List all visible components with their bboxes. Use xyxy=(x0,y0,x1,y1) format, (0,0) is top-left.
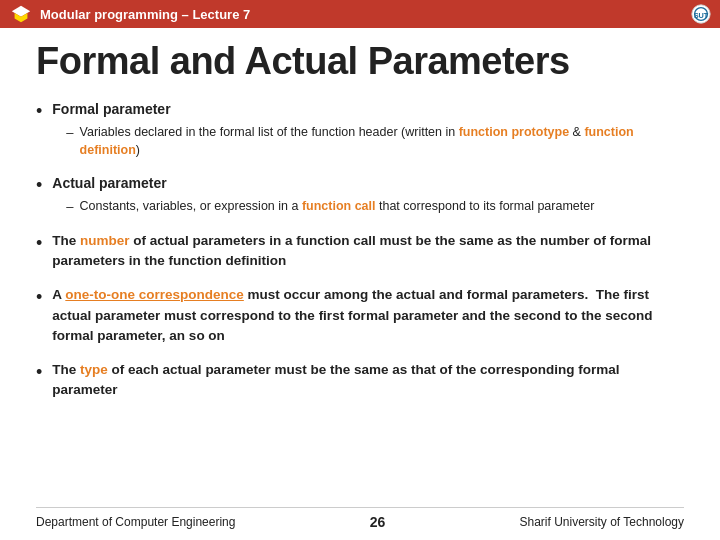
actual-param-subtext: Constants, variables, or expression in a… xyxy=(80,197,595,215)
footer-page-number: 26 xyxy=(370,514,386,530)
bullet-type-rule: • The type of each actual parameter must… xyxy=(36,360,684,401)
function-prototype-highlight: function prototype xyxy=(459,125,569,139)
top-bar-logo-icon xyxy=(10,3,32,25)
actual-param-content: Actual parameter – Constants, variables,… xyxy=(52,173,594,217)
bullet-icon-2: • xyxy=(36,173,42,198)
footer-right: Sharif University of Technology xyxy=(519,515,684,529)
footer: Department of Computer Engineering 26 Sh… xyxy=(36,507,684,530)
top-bar-title: Modular programming – Lecture 7 xyxy=(40,7,250,22)
footer-left: Department of Computer Engineering xyxy=(36,515,235,529)
page-title: Formal and Actual Parameters xyxy=(36,40,684,83)
bullet-icon-5: • xyxy=(36,360,42,385)
formal-param-heading: Formal parameter xyxy=(52,99,684,120)
one-to-one-content: A one-to-one correspondence must occur a… xyxy=(52,285,684,346)
formal-param-subtext: Variables declared in the formal list of… xyxy=(80,123,684,159)
bullet-formal-parameter: • Formal parameter – Variables declared … xyxy=(36,99,684,159)
svg-text:SUT: SUT xyxy=(694,11,709,20)
actual-param-heading: Actual parameter xyxy=(52,173,594,194)
one-to-one-highlight: one-to-one correspondence xyxy=(65,287,244,302)
formal-param-subitem: – Variables declared in the formal list … xyxy=(66,123,684,159)
sub-dash-2: – xyxy=(66,197,73,217)
bullet-icon-4: • xyxy=(36,285,42,310)
type-rule-content: The type of each actual parameter must b… xyxy=(52,360,684,401)
function-call-highlight: function call xyxy=(302,199,376,213)
sub-dash-1: – xyxy=(66,123,73,143)
formal-param-content: Formal parameter – Variables declared in… xyxy=(52,99,684,159)
main-content: Formal and Actual Parameters • Formal pa… xyxy=(0,28,720,425)
top-bar: Modular programming – Lecture 7 SUT xyxy=(0,0,720,28)
one-to-one-text: A one-to-one correspondence must occur a… xyxy=(52,287,652,343)
number-rule-content: The number of actual parameters in a fun… xyxy=(52,231,684,272)
top-bar-right-logo-icon: SUT xyxy=(690,3,712,25)
bullet-number-rule: • The number of actual parameters in a f… xyxy=(36,231,684,272)
type-rule-text: The type of each actual parameter must b… xyxy=(52,362,619,397)
type-highlight: type xyxy=(80,362,108,377)
bullet-one-to-one: • A one-to-one correspondence must occur… xyxy=(36,285,684,346)
bullet-icon-1: • xyxy=(36,99,42,124)
svg-point-2 xyxy=(19,9,23,13)
bullet-icon-3: • xyxy=(36,231,42,256)
page-title-text: Formal and Actual Parameters xyxy=(36,40,570,82)
number-highlight: number xyxy=(80,233,130,248)
bullet-actual-parameter: • Actual parameter – Constants, variable… xyxy=(36,173,684,217)
actual-param-subitem: – Constants, variables, or expression in… xyxy=(66,197,594,217)
number-rule-text: The number of actual parameters in a fun… xyxy=(52,233,651,268)
